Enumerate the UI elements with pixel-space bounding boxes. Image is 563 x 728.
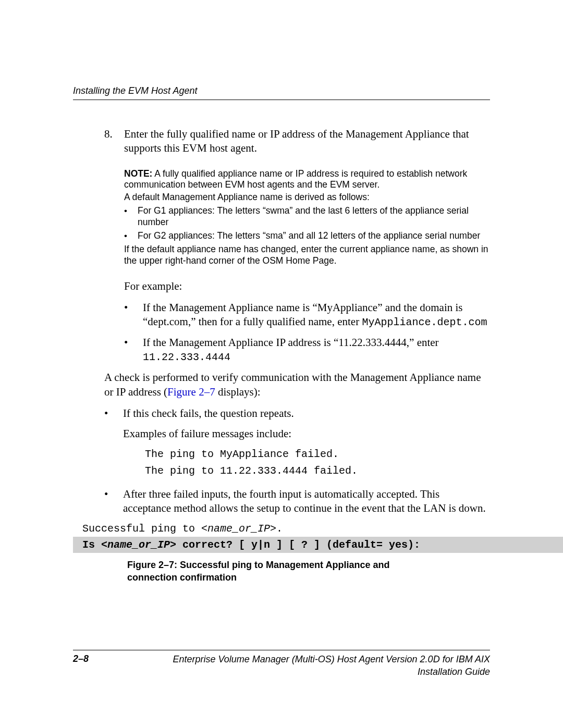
note-line2: A default Management Appliance name is d… (124, 192, 490, 203)
note-bullet-1: • For G1 appliances: The letters “swma” … (124, 205, 490, 228)
check-bullet-1: • If this check fails, the question repe… (104, 406, 490, 481)
example-bullet-2: • If the Management Appliance IP address… (124, 336, 490, 364)
footer-title: Enterprise Volume Manager (Multi-OS) Hos… (130, 653, 490, 678)
bullet-icon: • (104, 487, 123, 516)
step-text: Enter the fully qualified name or IP add… (124, 127, 490, 156)
fig-l2-pre: Is (82, 539, 101, 551)
fig-l1-post: . (276, 523, 283, 535)
bullet-icon: • (124, 230, 138, 242)
fig-l1-var: <name_or_IP> (201, 523, 276, 535)
note-bullet-2-text: For G2 appliances: The letters “sma” and… (138, 230, 480, 242)
check-post: displays): (215, 386, 261, 398)
note-bullet-1-text: For G1 appliances: The letters “swma” an… (138, 205, 490, 228)
fig-l2-post: correct? [ y|n ] [ ? ] (default= yes): (176, 539, 420, 551)
check-b1-sub: Examples of failure messages include: (123, 427, 490, 441)
check-b2-text: After three failed inputs, the fourth in… (123, 487, 490, 516)
example-bullet-1: • If the Management Appliance name is “M… (124, 301, 490, 329)
bullet-icon: • (124, 336, 143, 364)
note-block: NOTE: A fully qualified appliance name o… (124, 168, 490, 267)
note-label: NOTE: (124, 168, 152, 179)
running-header: Installing the EVM Host Agent (73, 85, 490, 96)
page-footer: 2–8 Enterprise Volume Manager (Multi-OS)… (73, 650, 490, 678)
fig-l2-var: <name_or_IP> (101, 539, 176, 551)
step-8: 8. Enter the fully qualified name or IP … (104, 127, 490, 156)
bullet-icon: • (104, 406, 123, 481)
figure-link[interactable]: Figure 2–7 (167, 386, 215, 398)
figure-line-2: Is <name_or_IP> correct? [ y|n ] [ ? ] (… (73, 537, 563, 553)
example-intro: For example: (124, 279, 490, 293)
check-b1-text: If this check fails, the question repeat… (123, 406, 490, 421)
note-bullet-2: • For G2 appliances: The letters “sma” a… (124, 230, 490, 242)
figure-line-1: Successful ping to <name_or_IP>. (73, 522, 563, 537)
example-b1-code: MyAppliance.dept.com (362, 316, 487, 328)
page-number: 2–8 (73, 653, 89, 664)
footer-rule (73, 650, 490, 650)
check-para: A check is performed to verify communica… (104, 371, 490, 399)
figure-caption: Figure 2–7: Successful ping to Managemen… (127, 559, 438, 584)
main-content: 8. Enter the fully qualified name or IP … (104, 127, 490, 584)
failure-code-2: The ping to 11.22.333.4444 failed. (145, 464, 490, 478)
header-rule (73, 100, 490, 100)
example-b2-text: If the Management Appliance IP address i… (143, 336, 439, 349)
fig-l1-pre: Successful ping to (82, 523, 201, 535)
check-pre: A check is performed to verify communica… (104, 371, 481, 398)
note-line1: A fully qualified appliance name or IP a… (124, 168, 467, 190)
step-number: 8. (104, 127, 124, 156)
check-bullet-2: • After three failed inputs, the fourth … (104, 487, 490, 516)
note-line3: If the default appliance name has change… (124, 244, 490, 267)
bullet-icon: • (124, 205, 138, 228)
failure-code-1: The ping to MyAppliance failed. (145, 448, 490, 461)
figure-box: Successful ping to <name_or_IP>. Is <nam… (73, 522, 563, 553)
bullet-icon: • (124, 301, 143, 329)
example-b2-code: 11.22.333.4444 (143, 351, 230, 363)
